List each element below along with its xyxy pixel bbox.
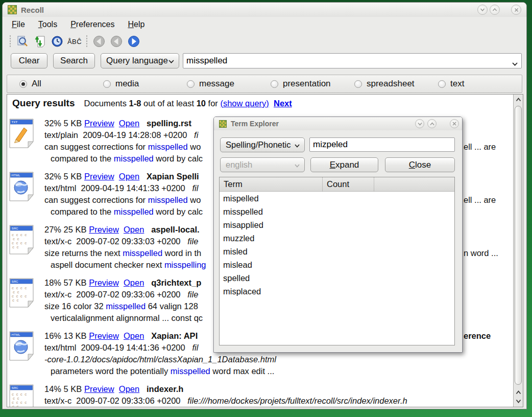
text-segment [119,225,124,234]
expansion-mode-select[interactable]: Spelling/Phonetic [220,137,305,152]
term-column-header[interactable]: Term [220,177,322,191]
svg-text:c c c c: c c c c [12,294,27,298]
scroll-up-button-bottom[interactable] [514,388,522,397]
term-row[interactable]: mispelled [220,192,454,205]
sort-by-date-icon[interactable] [50,34,65,49]
query-mode-select[interactable]: Query language [101,53,179,68]
radio-icon[interactable] [103,80,111,88]
scroll-down-button[interactable] [514,397,522,405]
scrollbar-thumb[interactable] [515,106,522,385]
text-segment: Documents [84,99,129,108]
preview-link[interactable]: Preview [89,278,119,287]
update-index-icon[interactable] [32,34,47,49]
term-row[interactable]: misplaced [220,285,454,298]
filter-option-media[interactable]: media [103,79,187,89]
prev-page-icon[interactable] [109,34,124,49]
maximize-window-button[interactable] [490,5,500,15]
open-link[interactable]: Open [124,278,144,287]
next-page-icon[interactable] [126,34,141,49]
chevron-down-icon[interactable] [512,59,518,68]
chevron-up-icon [516,390,521,395]
count-column-header[interactable]: Count [322,177,374,191]
radio-icon[interactable] [271,80,278,88]
text-segment: fi [194,130,198,140]
term-row[interactable]: muzzled [220,231,454,245]
svg-text:HTML: HTML [12,173,20,177]
dialog-close-button[interactable] [450,119,459,128]
next-page-link[interactable]: Next [274,99,292,108]
filter-label: text [450,79,464,89]
show-query-link[interactable]: (show query) [220,99,269,108]
text-segment: compared to the [51,154,114,163]
text-segment: compared to the [51,207,114,216]
menu-file[interactable]: File [9,18,28,31]
open-link[interactable]: Open [119,172,139,181]
language-select[interactable]: english [220,157,305,172]
open-link[interactable]: Open [119,384,139,393]
dialog-shade-button[interactable] [415,119,424,128]
text-segment: file:///home/dockes/projets/fulltext/rec… [187,396,407,405]
expand-button[interactable]: Expand [310,157,378,172]
radio-icon[interactable] [187,80,195,88]
text-segment [144,331,151,340]
text-segment [119,278,124,287]
term-row[interactable]: misapplied [220,218,454,231]
filter-option-presentation[interactable]: presentation [271,79,354,89]
filter-option-text[interactable]: text [438,79,522,89]
text-segment: 16% 13 KB [44,331,89,340]
radio-icon[interactable] [354,80,362,88]
filter-option-message[interactable]: message [187,79,271,89]
clear-button[interactable]: Clear [11,53,47,68]
svg-text:c c c c: c c c c [12,401,27,405]
filter-label: spreadsheet [367,79,415,89]
filter-option-spreadsheet[interactable]: spreadsheet [354,79,438,89]
toolbar-handle [9,35,11,48]
preview-link[interactable]: Preview [84,172,114,181]
filter-option-all[interactable]: All [19,79,103,89]
scroll-up-button[interactable] [514,96,522,104]
results-scrollbar[interactable] [513,95,523,407]
text-segment: aspell document checker next [51,260,164,269]
open-link[interactable]: Open [124,225,144,234]
radio-icon[interactable] [19,80,27,88]
open-link[interactable]: Open [124,331,144,340]
preview-link[interactable]: Preview [84,119,114,128]
preview-link[interactable]: Preview [89,331,119,340]
text-segment: misspelled [114,154,154,163]
text-segment [114,119,119,128]
preview-link[interactable]: Preview [84,384,114,393]
dialog-maximize-button[interactable] [427,119,437,128]
first-page-icon[interactable] [91,34,107,49]
search-button[interactable]: Search [53,53,95,68]
menu-help[interactable]: Help [125,18,148,31]
search-input[interactable] [183,53,522,68]
term-explorer-dialog: Term Explorer Spelling/Phonetic english [213,117,463,353]
term-row[interactable]: mislead [220,258,454,271]
shade-window-button[interactable] [477,5,488,15]
radio-icon[interactable] [438,80,446,88]
term-row[interactable]: spelled [220,271,454,285]
dialog-titlebar[interactable]: Term Explorer [214,117,462,130]
term-table-header[interactable]: Term Count [220,177,454,192]
result-text-fragment: n word ... [464,247,498,259]
document-type-filterbar: Allmediamessagepresentationspreadsheette… [7,75,522,93]
text-segment: word max edit ... [210,366,275,376]
close-button[interactable]: Close [385,157,455,172]
close-window-button[interactable] [511,5,521,15]
menu-preferences[interactable]: Preferences [67,18,117,31]
open-link[interactable]: Open [119,119,139,128]
term-row[interactable]: misled [220,245,454,258]
menu-tools[interactable]: Tools [35,18,60,31]
term-input[interactable] [309,137,455,152]
term-row[interactable]: misspelled [220,205,454,218]
svg-text:c c c c: c c c c [12,286,27,290]
window-titlebar[interactable]: Recoll [3,3,526,17]
svg-text:c c: c c [12,245,19,249]
preview-search-icon[interactable] [15,34,30,49]
preview-link[interactable]: Preview [89,225,119,234]
text-segment: misspelling [164,260,206,269]
term-explorer-icon[interactable]: ÅBĈ [67,34,82,49]
text-segment: for [206,99,220,108]
query-mode-value: Query language [106,56,168,66]
language-value: english [226,160,252,170]
